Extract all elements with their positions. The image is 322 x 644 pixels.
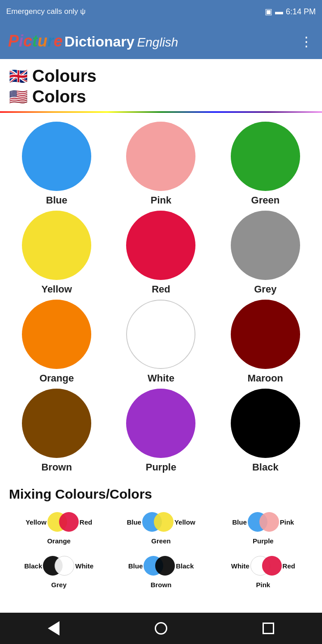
status-emergency: Emergency calls only ψ (6, 7, 85, 16)
mixing-section: Mixing Colours/Colors YellowRedOrangeBlu… (0, 482, 322, 597)
mixing-grid: YellowRedOrangeBlueYellowGreenBluePinkPu… (9, 510, 313, 589)
mix-label-left-2: Blue (232, 518, 247, 526)
color-item-white[interactable]: White (109, 300, 213, 384)
color-label-black: Black (252, 462, 279, 473)
color-item-blue[interactable]: Blue (4, 122, 109, 206)
mix-result-label-4: Brown (151, 581, 172, 589)
mixing-circles-row-4: BlueBlack (128, 554, 194, 578)
color-circle-brown (22, 389, 91, 458)
color-item-brown[interactable]: Brown (4, 389, 109, 473)
us-flag: 🇺🇸 (9, 88, 28, 106)
mix-label-left-4: Blue (128, 562, 143, 570)
mix-venn-5 (250, 554, 282, 578)
color-circle-white (126, 300, 195, 369)
mix-venn-3 (43, 554, 74, 578)
uk-flag: 🇬🇧 (9, 67, 28, 85)
color-circle-green (231, 122, 300, 191)
color-item-green[interactable]: Green (213, 122, 318, 206)
home-icon (155, 622, 167, 635)
mixing-item-3: BlackWhiteGrey (9, 554, 109, 589)
mixing-item-4: BlueBlackBrown (111, 554, 211, 589)
mixing-circles-row-1: BlueYellow (127, 510, 195, 534)
mix-result-label-1: Green (151, 537, 170, 545)
color-grid: BluePinkGreenYellowRedGreyOrangeWhiteMar… (0, 117, 322, 482)
mix-result-label-2: Purple (253, 537, 274, 545)
mixing-item-0: YellowRedOrange (9, 510, 109, 545)
color-label-blue: Blue (46, 195, 68, 206)
color-label-purple: Purple (146, 462, 176, 473)
mix-label-left-1: Blue (127, 518, 141, 526)
color-item-pink[interactable]: Pink (109, 122, 213, 206)
nav-back-button[interactable] (45, 619, 63, 637)
mix-circle-b-5 (262, 556, 282, 576)
signal-icon: ▬ (275, 7, 283, 17)
color-item-maroon[interactable]: Maroon (213, 300, 318, 384)
nav-home-button[interactable] (152, 619, 170, 637)
status-right: ▣ ▬ 6:14 PM (265, 7, 316, 17)
mix-venn-1 (142, 510, 174, 534)
color-label-pink: Pink (151, 195, 171, 206)
mix-label-left-0: Yellow (25, 518, 47, 526)
mix-label-right-2: Pink (280, 518, 294, 526)
color-label-green: Green (251, 195, 280, 206)
mix-label-right-4: Black (176, 562, 194, 570)
mix-label-right-3: White (75, 562, 93, 570)
mix-venn-4 (144, 554, 175, 578)
mix-venn-2 (248, 510, 279, 534)
color-circle-purple (126, 389, 195, 458)
mixing-item-2: BluePinkPurple (213, 510, 313, 545)
color-circle-grey (231, 211, 300, 280)
status-bar: Emergency calls only ψ ▣ ▬ 6:14 PM (0, 0, 322, 23)
bottom-nav (0, 613, 322, 644)
status-time: 6:14 PM (286, 7, 316, 17)
mixing-title: Mixing Colours/Colors (9, 487, 313, 502)
mix-label-right-5: Red (283, 562, 295, 570)
nav-recent-button[interactable] (259, 619, 277, 637)
color-circle-yellow (22, 211, 91, 280)
color-item-purple[interactable]: Purple (109, 389, 213, 473)
app-title: Picture Dictionary English (8, 32, 178, 51)
mixing-circles-row-0: YellowRed (25, 510, 92, 534)
color-circle-blue (22, 122, 91, 191)
mix-result-label-5: Pink (256, 581, 270, 589)
us-colors-label: Colors (32, 87, 86, 107)
color-label-brown: Brown (41, 462, 72, 473)
battery-icon: ▣ (265, 7, 272, 17)
app-bar: Picture Dictionary English ⋮ (0, 23, 322, 59)
color-item-red[interactable]: Red (109, 211, 213, 295)
color-label-grey: Grey (254, 284, 276, 295)
menu-button[interactable]: ⋮ (300, 34, 314, 49)
color-circle-red (126, 211, 195, 280)
mix-result-label-3: Grey (51, 581, 67, 589)
mixing-item-1: BlueYellowGreen (111, 510, 211, 545)
mix-circle-b-0 (59, 512, 79, 532)
mixing-circles-row-5: WhiteRed (231, 554, 295, 578)
mix-venn-0 (47, 510, 79, 534)
color-circle-orange (22, 300, 91, 369)
color-item-yellow[interactable]: Yellow (4, 211, 109, 295)
recent-icon (263, 623, 274, 634)
color-label-white: White (148, 373, 174, 384)
mixing-circles-row-2: BluePink (232, 510, 294, 534)
mixing-circles-row-3: BlackWhite (24, 554, 93, 578)
color-item-black[interactable]: Black (213, 389, 318, 473)
mix-circle-b-3 (55, 556, 74, 576)
color-label-orange: Orange (39, 373, 74, 384)
mixing-item-5: WhiteRedPink (213, 554, 313, 589)
uk-header: 🇬🇧 Colours (9, 66, 313, 87)
mix-label-right-0: Red (80, 518, 92, 526)
uk-colours-label: Colours (32, 66, 97, 87)
color-circle-pink (126, 122, 195, 191)
mix-result-label-0: Orange (47, 537, 71, 545)
title-picture: Picture (8, 32, 63, 51)
mix-label-left-3: Black (24, 562, 42, 570)
page-header: 🇬🇧 Colours 🇺🇸 Colors (0, 59, 322, 113)
mix-label-left-5: White (231, 562, 250, 570)
mix-label-right-1: Yellow (174, 518, 195, 526)
color-label-maroon: Maroon (248, 373, 283, 384)
color-item-grey[interactable]: Grey (213, 211, 318, 295)
color-circle-black (231, 389, 300, 458)
mix-circle-b-1 (154, 512, 174, 532)
color-item-orange[interactable]: Orange (4, 300, 109, 384)
color-circle-maroon (231, 300, 300, 369)
